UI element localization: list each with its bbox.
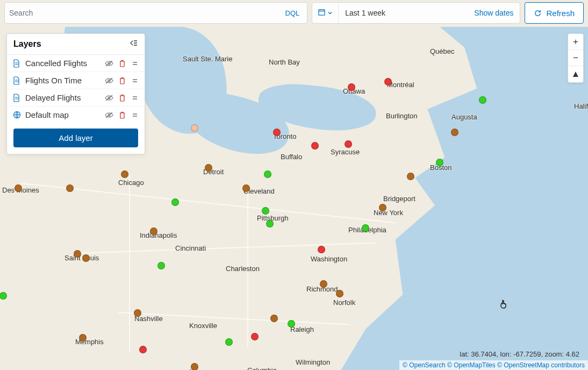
city-label: New York — [374, 209, 403, 217]
drag-handle-icon[interactable] — [131, 94, 139, 102]
reset-north-button[interactable]: ▲ — [568, 66, 583, 82]
collapse-panel-icon[interactable] — [130, 39, 138, 49]
lat-value: 36.7404 — [471, 350, 496, 358]
attr-opensearch[interactable]: © OpenSearch — [403, 361, 446, 369]
map-marker[interactable] — [348, 83, 355, 91]
layer-row-default-map[interactable]: Default map — [7, 106, 145, 123]
map-marker[interactable] — [273, 129, 281, 136]
delete-layer-icon[interactable] — [118, 94, 126, 102]
map-marker[interactable] — [191, 363, 198, 370]
search-box: DQL — [4, 2, 307, 24]
visibility-toggle-icon[interactable] — [105, 111, 113, 119]
map-marker[interactable] — [336, 290, 343, 297]
refresh-label: Refresh — [546, 9, 575, 18]
map-marker[interactable] — [205, 164, 212, 172]
city-label: Indianapolis — [140, 231, 177, 239]
map-marker[interactable] — [436, 159, 443, 166]
map-marker[interactable] — [242, 184, 250, 192]
refresh-button[interactable]: Refresh — [525, 2, 584, 24]
map-marker[interactable] — [139, 346, 147, 353]
city-label: Washington — [311, 255, 347, 263]
map-marker[interactable] — [479, 96, 486, 104]
date-quick-select-button[interactable] — [312, 3, 339, 23]
layer-label: Flights On Time — [25, 76, 105, 85]
map-marker[interactable] — [171, 198, 179, 206]
zoom-value: 4.62 — [566, 350, 579, 358]
drag-handle-icon[interactable] — [131, 76, 139, 85]
zoom-out-button[interactable]: − — [568, 50, 583, 66]
chevron-down-icon — [327, 9, 333, 17]
visibility-toggle-icon[interactable] — [105, 76, 113, 85]
lon-label: lon: — [500, 350, 512, 358]
map-marker[interactable] — [225, 338, 233, 346]
delete-layer-icon[interactable] — [118, 59, 126, 68]
layer-row-cancelled-flights[interactable]: Cancelled Flights — [7, 55, 145, 72]
city-label: Norfolk — [333, 298, 355, 307]
top-bar: DQL Last 1 week Show dates Refresh — [4, 2, 584, 24]
attr-osm[interactable]: © OpenStreetMap contributors — [497, 361, 585, 369]
map-marker[interactable] — [15, 184, 22, 192]
cursor-icon — [499, 299, 508, 309]
map-marker[interactable] — [407, 173, 414, 180]
zoom-in-button[interactable]: + — [568, 34, 583, 50]
map-marker[interactable] — [262, 207, 269, 215]
map-marker[interactable] — [345, 140, 352, 148]
drag-handle-icon[interactable] — [131, 111, 139, 119]
map-canvas[interactable]: Layers Cancelled Flights Flights On Time — [0, 27, 588, 370]
map-marker[interactable] — [191, 124, 198, 132]
layers-panel-title: Layers — [13, 39, 41, 49]
map-attribution: © OpenSearch © OpenMapTiles © OpenStreet… — [399, 360, 588, 370]
map-marker[interactable] — [74, 250, 81, 258]
city-label: Columbia — [247, 366, 277, 370]
svg-rect-0 — [319, 10, 325, 15]
map-marker[interactable] — [384, 78, 392, 86]
road — [75, 242, 376, 254]
map-marker[interactable] — [311, 142, 319, 150]
dql-toggle[interactable]: DQL — [282, 8, 303, 18]
delete-layer-icon[interactable] — [118, 111, 126, 119]
map-marker[interactable] — [251, 333, 259, 340]
delete-layer-icon[interactable] — [118, 76, 126, 85]
city-label: Syracuse — [331, 148, 360, 156]
visibility-toggle-icon[interactable] — [105, 59, 113, 68]
map-marker[interactable] — [79, 334, 87, 341]
city-label: Québec — [430, 47, 455, 55]
city-label: Burlington — [386, 112, 418, 120]
map-marker[interactable] — [66, 184, 74, 192]
city-label: Bridgeport — [383, 195, 415, 203]
map-marker[interactable] — [134, 309, 141, 317]
layer-row-flights-on-time[interactable]: Flights On Time — [7, 72, 145, 89]
lon-value: -67.7259 — [513, 350, 541, 358]
add-layer-button[interactable]: Add layer — [13, 129, 138, 147]
refresh-icon — [534, 9, 542, 17]
visibility-toggle-icon[interactable] — [105, 94, 113, 102]
layer-label: Delayed Flights — [25, 93, 105, 102]
map-marker[interactable] — [379, 204, 386, 211]
map-marker[interactable] — [362, 224, 369, 232]
map-marker[interactable] — [451, 129, 458, 136]
map-marker[interactable] — [121, 170, 128, 178]
map-marker[interactable] — [150, 227, 157, 235]
search-input[interactable] — [9, 9, 282, 17]
map-marker[interactable] — [318, 246, 325, 253]
map-marker[interactable] — [320, 280, 327, 288]
map-marker[interactable] — [266, 220, 274, 227]
zoom-label: zoom: — [545, 350, 564, 358]
document-icon — [12, 76, 21, 85]
show-dates-button[interactable]: Show dates — [468, 9, 520, 17]
road — [129, 175, 130, 353]
map-marker[interactable] — [82, 254, 90, 262]
drag-handle-icon[interactable] — [131, 59, 139, 68]
date-range-text[interactable]: Last 1 week — [339, 9, 468, 17]
map-marker[interactable] — [157, 262, 165, 269]
map-marker[interactable] — [270, 315, 278, 322]
layer-row-delayed-flights[interactable]: Delayed Flights — [7, 89, 145, 106]
map-marker[interactable] — [0, 292, 7, 300]
layers-panel: Layers Cancelled Flights Flights On Time — [6, 33, 145, 154]
layer-label: Cancelled Flights — [25, 59, 105, 68]
calendar-icon — [318, 8, 326, 18]
attr-openmaptiles[interactable]: © OpenMapTiles — [447, 361, 496, 369]
road — [118, 312, 349, 325]
map-marker[interactable] — [288, 320, 295, 328]
map-marker[interactable] — [264, 170, 271, 178]
